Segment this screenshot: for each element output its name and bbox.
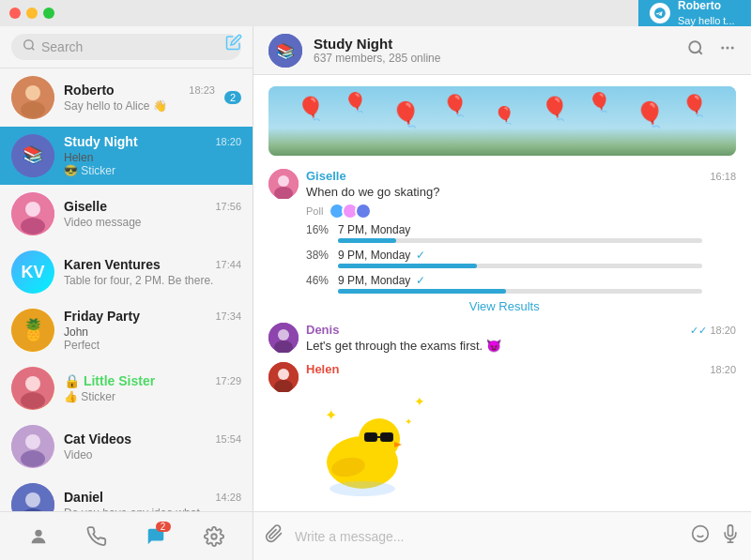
chat-item-daniel[interactable]: Daniel 14:28 Do you have any idea what xyxy=(0,476,253,511)
svg-point-20 xyxy=(35,529,41,536)
nav-calls[interactable] xyxy=(80,520,114,553)
message-time: 16:18 xyxy=(710,169,736,182)
chat-header-name: Study Night xyxy=(314,36,676,52)
view-results-button[interactable]: View Results xyxy=(306,299,702,313)
chat-header-sub: 637 members, 285 online xyxy=(314,52,676,65)
svg-point-16 xyxy=(21,450,45,467)
poll-check: ✓ xyxy=(416,249,425,262)
chat-time: 17:34 xyxy=(215,310,241,322)
chat-name: Giselle xyxy=(64,199,107,214)
avatar: KV xyxy=(11,250,54,294)
nav-chats[interactable]: 2 xyxy=(139,520,173,553)
compose-icon[interactable] xyxy=(225,38,242,53)
message-avatar xyxy=(268,362,299,392)
avatar xyxy=(11,483,54,511)
svg-point-12 xyxy=(25,376,40,391)
sidebar-header: Search xyxy=(0,26,253,68)
chat-info-catvideos: Cat Videos 15:54 Video xyxy=(64,431,241,462)
message-text: Let's get through the exams first. 😈 xyxy=(306,339,682,353)
message-time: ✓✓ 18:20 xyxy=(690,323,736,337)
avatar xyxy=(11,367,54,410)
emoji-icon[interactable] xyxy=(691,524,710,548)
poll-pct: 16% xyxy=(306,223,332,236)
chat-item-studynight[interactable]: 📚 Study Night 18:20 Helen😎 Sticker xyxy=(0,127,253,185)
chat-name: Roberto xyxy=(64,83,115,98)
svg-point-27 xyxy=(731,47,734,50)
chat-time: 18:23 xyxy=(189,84,215,96)
search-bar[interactable]: Search xyxy=(11,34,241,60)
message-row-helen: Helen ✦ ✦ xyxy=(268,362,736,500)
search-input[interactable]: Search xyxy=(41,39,230,54)
message-sender: Helen xyxy=(306,362,702,376)
chat-time: 17:56 xyxy=(215,201,241,212)
microphone-icon[interactable] xyxy=(721,524,740,548)
chat-time: 14:28 xyxy=(215,492,241,503)
chat-info-studynight: Study Night 18:20 Helen😎 Sticker xyxy=(64,134,241,177)
nav-settings[interactable] xyxy=(197,520,231,553)
poll-pct: 38% xyxy=(306,249,332,262)
svg-text:✦: ✦ xyxy=(325,407,337,423)
poll-option-text: 9 PM, Monday xyxy=(338,249,410,262)
svg-point-32 xyxy=(278,329,289,341)
attachment-icon[interactable] xyxy=(265,524,284,548)
svg-text:✦: ✦ xyxy=(414,394,425,409)
svg-rect-46 xyxy=(381,433,392,441)
unread-badge: 2 xyxy=(224,91,241,104)
chat-item-littlesister[interactable]: 🔒 Little Sister 17:29 👍 Sticker xyxy=(0,359,253,417)
chat-time: 15:54 xyxy=(215,433,241,445)
read-checkmark: ✓✓ xyxy=(690,325,707,336)
search-chat-icon[interactable] xyxy=(687,39,704,61)
chat-info-littlesister: 🔒 Little Sister 17:29 👍 Sticker xyxy=(64,373,241,403)
traffic-lights xyxy=(9,8,54,19)
poll-check: ✓ xyxy=(416,274,425,287)
chat-item-friday[interactable]: 🍍 Friday Party 17:34 JohnPerfect xyxy=(0,301,253,359)
svg-point-2 xyxy=(25,85,40,100)
titlebar: Roberto Say hello t... xyxy=(0,0,751,26)
chat-list: Roberto 18:23 Say hello to Alice 👋 2 📚 S… xyxy=(0,68,253,511)
poll-option-2: 38% 9 PM, Monday ✓ xyxy=(306,249,702,268)
poll-option-1: 16% 7 PM, Monday xyxy=(306,223,702,243)
chat-preview: Say hello to Alice 👋 xyxy=(64,99,215,113)
poll-option-3: 46% 9 PM, Monday ✓ xyxy=(306,274,702,294)
message-row-denis: Denis Let's get through the exams first.… xyxy=(268,323,736,353)
nav-profile[interactable] xyxy=(22,520,55,553)
poll-label: Poll xyxy=(306,205,323,217)
chat-name: 🔒 Little Sister xyxy=(64,373,155,388)
message-sender: Denis xyxy=(306,323,682,337)
chat-preview: Helen😎 Sticker xyxy=(64,151,241,177)
chat-name: Daniel xyxy=(64,490,103,505)
hero-image: 🎈 🎈 🎈 🎈 🎈 🎈 🎈 🎈 🎈 xyxy=(268,86,736,156)
message-content: Giselle When do we go skating? Poll xyxy=(306,169,702,313)
svg-text:✦: ✦ xyxy=(405,416,412,427)
svg-point-25 xyxy=(721,47,724,50)
svg-text:🍍: 🍍 xyxy=(21,317,47,342)
minimize-button[interactable] xyxy=(26,8,38,19)
chat-preview: 👍 Sticker xyxy=(64,390,241,403)
poll-section: Poll 16% 7 PM, Monday xyxy=(306,203,702,313)
svg-point-0 xyxy=(24,40,33,49)
avatar: 📚 xyxy=(11,134,54,177)
chat-time: 17:44 xyxy=(215,259,241,270)
chat-info-friday: Friday Party 17:34 JohnPerfect xyxy=(64,309,241,352)
svg-point-49 xyxy=(693,526,709,542)
chat-item-giselle[interactable]: Giselle 17:56 Video message xyxy=(0,185,253,243)
poll-pct: 46% xyxy=(306,274,332,287)
maximize-button[interactable] xyxy=(43,8,54,19)
chat-item-roberto[interactable]: Roberto 18:23 Say hello to Alice 👋 2 xyxy=(0,68,253,127)
message-input[interactable]: Write a message... xyxy=(295,529,680,544)
message-input-bar: Write a message... xyxy=(253,511,751,560)
chat-name: Cat Videos xyxy=(64,431,131,446)
chat-header-avatar: 📚 xyxy=(268,34,302,68)
svg-point-8 xyxy=(21,218,45,235)
close-button[interactable] xyxy=(9,8,21,19)
sidebar: Search Roberto 18:23 Say hello to A xyxy=(0,26,253,560)
avatar xyxy=(11,76,54,119)
poll-option-text: 9 PM, Monday xyxy=(338,274,410,287)
sidebar-bottom-nav: 2 xyxy=(0,511,253,560)
message-row-giselle: Giselle When do we go skating? Poll xyxy=(268,169,736,313)
chat-item-karen[interactable]: KV Karen Ventures 17:44 Table for four, … xyxy=(0,243,253,301)
chat-info-roberto: Roberto 18:23 Say hello to Alice 👋 xyxy=(64,83,215,113)
chat-item-catvideos[interactable]: Cat Videos 15:54 Video xyxy=(0,417,253,476)
chat-header-info: Study Night 637 members, 285 online xyxy=(314,36,676,65)
more-options-icon[interactable] xyxy=(719,39,736,61)
